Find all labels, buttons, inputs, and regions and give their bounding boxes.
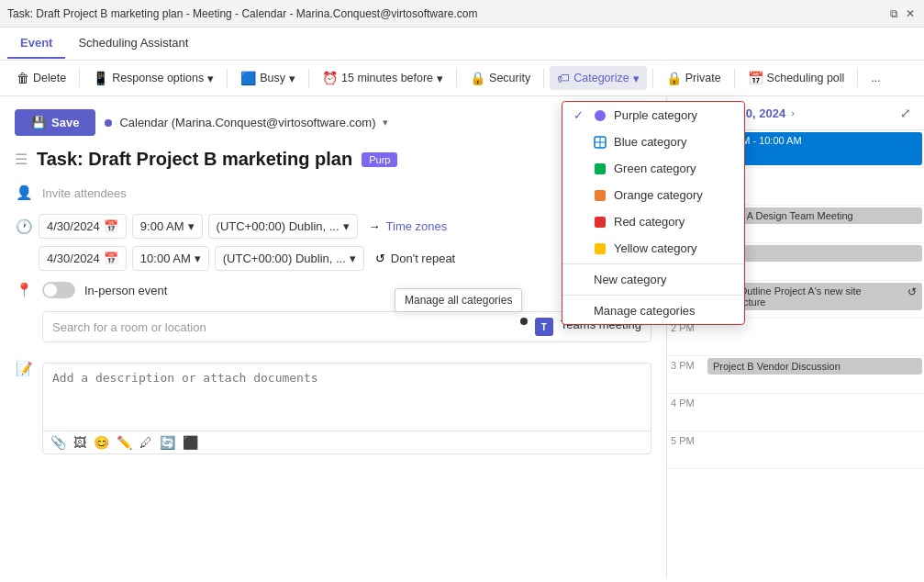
calendar-chevron-icon: ▾	[383, 117, 388, 129]
separator-2	[227, 69, 228, 87]
start-date-input[interactable]: 4/30/2024 📅	[39, 214, 127, 239]
private-icon: 🔒	[666, 71, 682, 85]
red-category-label: Red category	[614, 215, 685, 229]
red-category-icon	[594, 216, 607, 229]
chevron-down-icon: ▾	[207, 72, 214, 85]
teams-icon: T	[535, 318, 553, 336]
reminder-button[interactable]: ⏰ 15 minutes before ▾	[315, 66, 451, 90]
save-icon: 💾	[31, 116, 46, 129]
in-person-toggle[interactable]	[42, 282, 75, 298]
svg-rect-3	[595, 190, 606, 201]
attendees-field[interactable]: Invite attendees	[42, 186, 127, 200]
category-blue-item[interactable]: Blue category	[562, 129, 744, 155]
event-title-row: ☰ Task: Draft Project B marketing plan P…	[15, 149, 651, 170]
image-icon[interactable]: 🖼	[73, 435, 86, 450]
svg-point-0	[595, 110, 606, 121]
purple-category-icon	[594, 109, 607, 122]
next-arrow[interactable]: ›	[791, 107, 795, 118]
description-icon: 📝	[15, 361, 33, 377]
attach-icon[interactable]: 📎	[50, 435, 66, 450]
end-date-input[interactable]: 4/30/2024 📅	[39, 246, 127, 271]
category-green-item[interactable]: Green category	[562, 155, 744, 182]
separator-3	[308, 69, 309, 87]
save-button[interactable]: 💾 Save	[15, 109, 95, 136]
delete-button[interactable]: 🗑 Delete	[9, 66, 73, 90]
event-3pm-label: Project B Vendor Discussion	[713, 361, 841, 372]
repeat-icon: ↺	[907, 285, 917, 298]
time-label-3pm: 3 PM	[667, 356, 706, 371]
clock-icon: ⏰	[322, 71, 338, 85]
busy-button[interactable]: 🟦 Busy ▾	[233, 66, 303, 90]
toggle-knob	[44, 284, 57, 297]
separator-5	[543, 69, 544, 87]
tag-icon: 🏷	[557, 71, 570, 85]
end-tz-select[interactable]: (UTC+00:00) Dublin, ... ▾	[215, 246, 364, 271]
manage-categories-item[interactable]: Manage categories	[562, 297, 744, 324]
slot-content-5pm	[706, 431, 924, 468]
time-slot-3pm: 3 PM Project B Vendor Discussion	[667, 356, 924, 394]
slot-content-4pm	[706, 394, 924, 431]
lock-icon: 🔒	[470, 71, 485, 85]
svg-rect-5	[595, 243, 606, 254]
category-purple-item[interactable]: ✓ Purple category	[562, 102, 744, 129]
blue-category-label: Blue category	[614, 135, 687, 149]
emoji-icon[interactable]: 😊	[94, 435, 109, 450]
end-time-input[interactable]: 10:00 AM ▾	[132, 246, 209, 271]
response-icon: 📱	[93, 71, 108, 85]
event-title[interactable]: Task: Draft Project B marketing plan	[37, 149, 352, 170]
description-toolbar: 📎 🖼 😊 ✏️ 🖊 🔄 ⬛	[43, 431, 651, 453]
more-button[interactable]: ...	[863, 67, 887, 89]
time-zones-link[interactable]: Time zones	[386, 219, 448, 233]
delete-icon: 🗑	[17, 71, 29, 85]
tab-scheduling-assistant[interactable]: Scheduling Assistant	[65, 28, 201, 59]
new-category-item[interactable]: New category	[562, 266, 744, 293]
description-area: 📎 🖼 😊 ✏️ 🖊 🔄 ⬛	[42, 363, 651, 454]
category-orange-item[interactable]: Orange category	[562, 182, 744, 208]
more-desc-icon[interactable]: ⬛	[183, 435, 198, 450]
close-button[interactable]: ✕	[904, 7, 917, 20]
in-person-label: In-person event	[84, 284, 167, 297]
chevron-down-icon-3: ▾	[437, 72, 443, 85]
minimize-button[interactable]: ⧉	[887, 7, 900, 20]
start-time-input[interactable]: 9:00 AM ▾	[132, 214, 203, 239]
slot-content-3pm: Project B Vendor Discussion	[706, 356, 924, 393]
green-category-label: Green category	[614, 162, 696, 175]
separator-6	[652, 69, 653, 87]
start-tz-select[interactable]: (UTC+00:00) Dublin, ... ▾	[208, 214, 358, 239]
security-button[interactable]: 🔒 Security	[462, 66, 538, 90]
format-icon[interactable]: 🖊	[139, 435, 152, 450]
categorize-button[interactable]: 🏷 Categorize ▾	[550, 66, 646, 90]
response-options-button[interactable]: 📱 Response options ▾	[85, 66, 221, 90]
dot-icon	[520, 318, 528, 325]
draw-icon[interactable]: ✏️	[117, 435, 132, 450]
checkmark-icon: ✓	[573, 108, 586, 122]
location-input[interactable]: Search for a room or location	[52, 320, 206, 334]
svg-rect-2	[595, 163, 606, 174]
loop-icon[interactable]: 🔄	[160, 435, 175, 450]
description-row: 📝 📎 🖼 😊 ✏️ 🖊 🔄 ⬛	[15, 352, 651, 465]
scheduling-poll-button[interactable]: 📅 Scheduling poll	[740, 66, 852, 90]
expand-icon[interactable]: ⤢	[900, 106, 911, 120]
window-title: Task: Draft Project B marketing plan - M…	[7, 7, 477, 20]
location-icon: 📍	[15, 282, 33, 298]
category-red-item[interactable]: Red category	[562, 208, 744, 235]
category-yellow-item[interactable]: Yellow category	[562, 235, 744, 262]
new-category-label: New category	[594, 273, 666, 286]
dont-repeat-label[interactable]: Don't repeat	[391, 252, 455, 265]
datetime-row-1: 🕐 4/30/2024 📅 9:00 AM ▾ (UTC+00:00) Dubl…	[15, 214, 651, 239]
attendees-icon: 👤	[15, 185, 33, 201]
toolbar: 🗑 Delete 📱 Response options ▾ 🟦 Busy ▾ ⏰…	[0, 61, 924, 96]
description-input[interactable]	[43, 364, 651, 428]
dropdown-separator-2	[562, 295, 744, 296]
main-layout: 💾 Save Calendar (Marina.Conquest@virtoso…	[0, 96, 924, 577]
chevron-down-tz-2: ▾	[350, 252, 356, 265]
tab-event[interactable]: Event	[7, 28, 65, 59]
time-label-4pm: 4 PM	[667, 394, 706, 409]
private-button[interactable]: 🔒 Private	[659, 66, 729, 90]
svg-rect-4	[595, 217, 606, 228]
chevron-down-tz: ▾	[343, 219, 350, 233]
event-3pm[interactable]: Project B Vendor Discussion	[707, 358, 922, 375]
yellow-category-label: Yellow category	[614, 241, 697, 255]
task-icon: ☰	[15, 151, 28, 168]
chevron-down-icon-4: ▾	[633, 72, 640, 85]
